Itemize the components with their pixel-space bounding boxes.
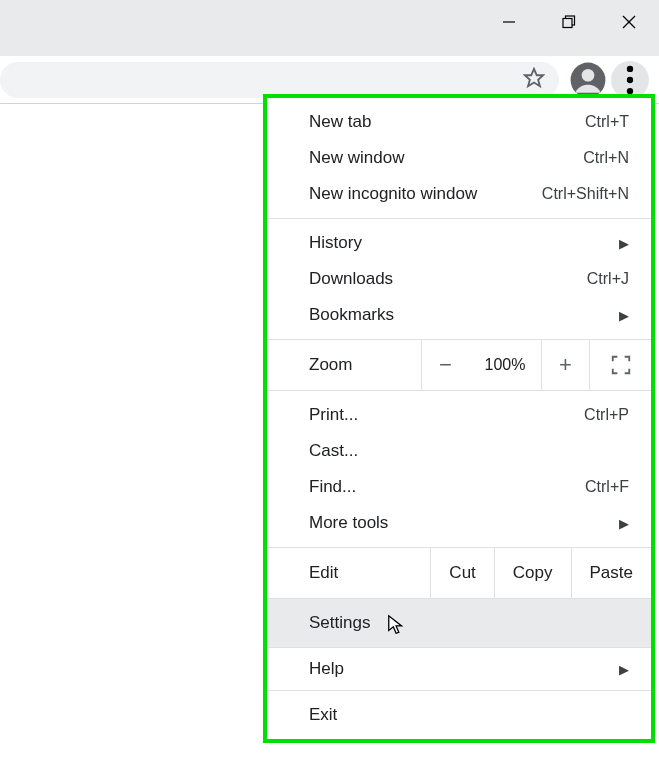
- svg-point-10: [627, 87, 633, 93]
- paste-button[interactable]: Paste: [571, 548, 651, 598]
- menu-item-shortcut: Ctrl+T: [585, 113, 629, 131]
- zoom-level: 100%: [469, 340, 541, 390]
- svg-marker-5: [525, 68, 543, 85]
- window-titlebar: [0, 0, 659, 44]
- menu-item-label: Help: [309, 659, 619, 679]
- menu-item-shortcut: Ctrl+Shift+N: [542, 185, 629, 203]
- menu-item-label: Print...: [309, 405, 584, 425]
- svg-rect-2: [563, 19, 572, 28]
- chevron-right-icon: ▶: [619, 308, 629, 323]
- menu-item-new-incognito[interactable]: New incognito window Ctrl+Shift+N: [267, 176, 651, 212]
- menu-item-history[interactable]: History ▶: [267, 225, 651, 261]
- menu-item-label: History: [309, 233, 619, 253]
- chevron-right-icon: ▶: [619, 662, 629, 677]
- menu-item-shortcut: Ctrl+N: [583, 149, 629, 167]
- menu-item-label: New incognito window: [309, 184, 542, 204]
- menu-item-downloads[interactable]: Downloads Ctrl+J: [267, 261, 651, 297]
- svg-point-7: [582, 68, 595, 81]
- bookmark-star-icon[interactable]: [523, 67, 545, 93]
- menu-item-label: More tools: [309, 513, 619, 533]
- svg-point-9: [627, 76, 633, 82]
- chevron-right-icon: ▶: [619, 236, 629, 251]
- menu-item-label: New tab: [309, 112, 585, 132]
- maximize-button[interactable]: [539, 0, 599, 44]
- kebab-menu-icon[interactable]: [611, 61, 649, 99]
- minimize-button[interactable]: [479, 0, 539, 44]
- menu-separator: [267, 218, 651, 219]
- menu-item-new-window[interactable]: New window Ctrl+N: [267, 140, 651, 176]
- edit-label: Edit: [267, 548, 430, 598]
- menu-item-label: Bookmarks: [309, 305, 619, 325]
- chevron-right-icon: ▶: [619, 516, 629, 531]
- address-bar[interactable]: [0, 62, 559, 98]
- menu-zoom-row: Zoom − 100% +: [267, 339, 651, 391]
- menu-item-label: Downloads: [309, 269, 587, 289]
- menu-item-label: Find...: [309, 477, 585, 497]
- menu-item-print[interactable]: Print... Ctrl+P: [267, 397, 651, 433]
- zoom-label: Zoom: [267, 340, 421, 390]
- close-button[interactable]: [599, 0, 659, 44]
- menu-item-find[interactable]: Find... Ctrl+F: [267, 469, 651, 505]
- menu-item-shortcut: Ctrl+J: [587, 270, 629, 288]
- browser-main-menu: New tab Ctrl+T New window Ctrl+N New inc…: [263, 94, 655, 743]
- menu-item-shortcut: Ctrl+P: [584, 406, 629, 424]
- menu-item-label: Settings: [309, 613, 629, 633]
- copy-button[interactable]: Copy: [494, 548, 571, 598]
- account-icon[interactable]: [569, 61, 607, 99]
- menu-item-exit[interactable]: Exit: [267, 691, 651, 739]
- menu-item-label: Exit: [309, 705, 629, 725]
- menu-item-label: Cast...: [309, 441, 629, 461]
- cut-button[interactable]: Cut: [430, 548, 493, 598]
- menu-item-label: New window: [309, 148, 583, 168]
- menu-item-settings[interactable]: Settings: [267, 599, 651, 647]
- zoom-out-button[interactable]: −: [421, 340, 469, 390]
- menu-item-bookmarks[interactable]: Bookmarks ▶: [267, 297, 651, 333]
- menu-item-more-tools[interactable]: More tools ▶: [267, 505, 651, 541]
- menu-item-new-tab[interactable]: New tab Ctrl+T: [267, 104, 651, 140]
- menu-edit-row: Edit Cut Copy Paste: [267, 547, 651, 599]
- menu-item-help[interactable]: Help ▶: [267, 648, 651, 690]
- fullscreen-button[interactable]: [589, 340, 651, 390]
- zoom-in-button[interactable]: +: [541, 340, 589, 390]
- svg-point-8: [627, 65, 633, 71]
- tab-strip: [0, 44, 659, 56]
- menu-item-cast[interactable]: Cast...: [267, 433, 651, 469]
- menu-item-shortcut: Ctrl+F: [585, 478, 629, 496]
